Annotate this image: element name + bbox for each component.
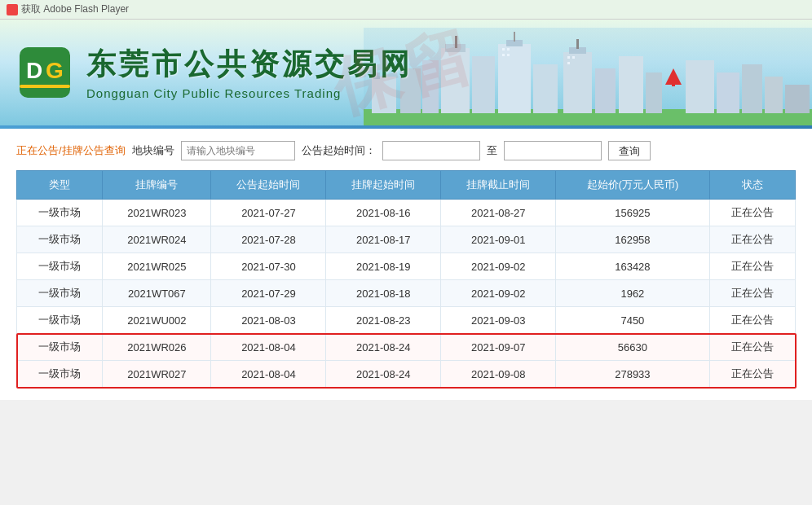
svg-rect-32 <box>507 48 510 50</box>
cell-3: 2021-08-23 <box>326 307 441 334</box>
cell-3: 2021-08-16 <box>326 200 441 226</box>
cell-1: 2021WR026 <box>103 334 211 361</box>
site-title-cn: 东莞市公共资源交易网 <box>86 45 413 85</box>
cell-0: 一级市场 <box>17 280 103 307</box>
svg-text:D: D <box>26 58 42 83</box>
cell-0: 一级市场 <box>17 361 103 388</box>
cell-2: 2021-07-27 <box>211 200 326 226</box>
svg-rect-21 <box>595 68 616 113</box>
site-logo: D G 东莞市公共资源交易网 Dongguan City Public Reso… <box>16 44 413 101</box>
col-price: 起始价(万元人民币) <box>556 171 709 200</box>
svg-rect-29 <box>765 77 783 113</box>
svg-rect-3 <box>20 85 70 88</box>
svg-rect-12 <box>455 36 457 48</box>
cell-1: 2021WR027 <box>103 361 211 388</box>
cell-0: 一级市场 <box>17 200 103 226</box>
cell-5: 7450 <box>556 307 709 334</box>
cell-5: 56630 <box>556 334 709 361</box>
svg-rect-27 <box>717 72 739 113</box>
logo-icon: D G <box>16 44 73 101</box>
table-row: 一级市场2021WR0242021-07-282021-08-172021-09… <box>17 226 796 253</box>
cell-2: 2021-07-28 <box>211 226 326 253</box>
svg-rect-20 <box>576 39 579 49</box>
cell-3: 2021-08-17 <box>326 226 441 253</box>
col-list-end: 挂牌截止时间 <box>441 171 556 200</box>
cell-1: 2021WR025 <box>103 253 211 280</box>
table-body: 一级市场2021WR0232021-07-272021-08-162021-08… <box>17 200 796 388</box>
listings-table: 类型 挂牌编号 公告起始时间 挂牌起始时间 挂牌截止时间 起始价(万元人民币) … <box>16 170 796 388</box>
cell-2: 2021-07-29 <box>211 280 326 307</box>
col-list-start: 挂牌起始时间 <box>326 171 441 200</box>
cell-6: 正在公告 <box>709 226 795 253</box>
svg-rect-22 <box>619 56 643 113</box>
table-container: 类型 挂牌编号 公告起始时间 挂牌起始时间 挂牌截止时间 起始价(万元人民币) … <box>16 170 796 388</box>
svg-rect-35 <box>567 56 570 59</box>
table-row: 一级市场2021WT0672021-07-292021-08-182021-09… <box>17 280 796 307</box>
announcement-query-link[interactable]: 正在公告/挂牌公告查询 <box>16 143 126 158</box>
cell-0: 一级市场 <box>17 253 103 280</box>
cell-5: 163428 <box>556 253 709 280</box>
cell-6: 正在公告 <box>709 307 795 334</box>
cell-1: 2021WR024 <box>103 226 211 253</box>
cell-3: 2021-08-24 <box>326 334 441 361</box>
svg-rect-36 <box>572 56 575 59</box>
svg-rect-17 <box>533 64 558 113</box>
table-row: 一级市场2021WR0232021-07-272021-08-162021-08… <box>17 200 796 226</box>
table-row: 一级市场2021WR0272021-08-042021-08-242021-09… <box>17 361 796 388</box>
cell-5: 278933 <box>556 361 709 388</box>
svg-rect-9 <box>422 60 439 113</box>
cell-6: 正在公告 <box>709 334 795 361</box>
cell-2: 2021-07-30 <box>211 253 326 280</box>
flash-notice-text: 获取 Adobe Flash Player <box>21 2 129 16</box>
cell-1: 2021WR023 <box>103 200 211 226</box>
cell-3: 2021-08-24 <box>326 361 441 388</box>
svg-rect-26 <box>686 60 714 113</box>
cell-4: 2021-09-03 <box>441 307 556 334</box>
flash-notice-bar: 获取 Adobe Flash Player <box>0 0 812 20</box>
svg-rect-28 <box>742 64 762 113</box>
cell-6: 正在公告 <box>709 200 795 226</box>
cell-6: 正在公告 <box>709 280 795 307</box>
cell-4: 2021-08-27 <box>441 200 556 226</box>
skyline-decoration <box>364 28 812 125</box>
table-row: 一级市场2021WU0022021-08-032021-08-232021-09… <box>17 307 796 334</box>
cell-6: 正在公告 <box>709 253 795 280</box>
cell-2: 2021-08-04 <box>211 361 326 388</box>
table-row: 一级市场2021WR0262021-08-042021-08-242021-09… <box>17 334 796 361</box>
svg-rect-37 <box>567 62 570 64</box>
cell-4: 2021-09-02 <box>441 280 556 307</box>
col-status: 状态 <box>709 171 795 200</box>
col-code: 挂牌编号 <box>103 171 211 200</box>
cell-4: 2021-09-02 <box>441 253 556 280</box>
svg-rect-30 <box>785 85 810 113</box>
col-type: 类型 <box>17 171 103 200</box>
svg-rect-33 <box>502 54 505 56</box>
main-content: 正在公告/挂牌公告查询 地块编号 公告起始时间： 至 查询 类型 挂牌编号 公告… <box>0 129 812 400</box>
announce-date-label: 公告起始时间： <box>302 143 376 158</box>
flash-icon <box>7 4 18 15</box>
search-bar: 正在公告/挂牌公告查询 地块编号 公告起始时间： 至 查询 <box>16 141 796 160</box>
table-row: 一级市场2021WR0252021-07-302021-08-192021-09… <box>17 253 796 280</box>
site-title-en: Dongguan City Public Resources Trading <box>86 86 413 100</box>
cell-5: 156925 <box>556 200 709 226</box>
cell-3: 2021-08-18 <box>326 280 441 307</box>
svg-rect-10 <box>441 48 470 113</box>
block-number-label: 地块编号 <box>132 143 174 158</box>
search-button[interactable]: 查询 <box>608 141 651 160</box>
cell-1: 2021WT067 <box>103 280 211 307</box>
svg-rect-25 <box>672 77 675 86</box>
cell-4: 2021-09-07 <box>441 334 556 361</box>
cell-4: 2021-09-08 <box>441 361 556 388</box>
cell-0: 一级市场 <box>17 226 103 253</box>
svg-rect-18 <box>563 52 592 113</box>
table-header-row: 类型 挂牌编号 公告起始时间 挂牌起始时间 挂牌截止时间 起始价(万元人民币) … <box>17 171 796 200</box>
cell-4: 2021-09-01 <box>441 226 556 253</box>
svg-rect-31 <box>502 48 505 50</box>
date-range-separator: 至 <box>487 143 497 158</box>
site-header: D G 东莞市公共资源交易网 Dongguan City Public Reso… <box>0 20 812 125</box>
date-start-input[interactable] <box>382 141 480 160</box>
svg-rect-34 <box>507 54 510 56</box>
block-number-input[interactable] <box>181 141 295 160</box>
date-end-input[interactable] <box>504 141 602 160</box>
logo-text: 东莞市公共资源交易网 Dongguan City Public Resource… <box>86 45 413 100</box>
